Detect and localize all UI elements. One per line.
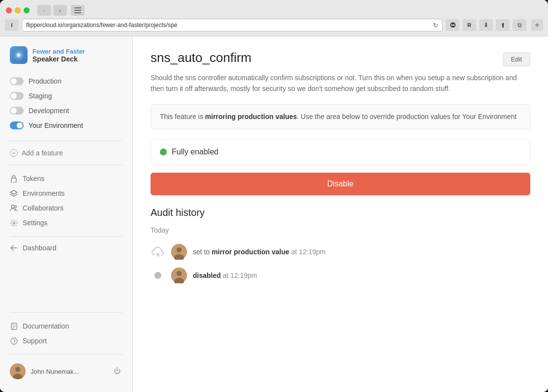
sidebar-item-development[interactable]: Development [0,103,132,118]
brand-text: Fewer and Faster Speaker Deck [32,48,85,63]
sidebar-label-environments: Environments [23,189,65,197]
browser-window: ‹ › I flippercloud.io/organizations/fewe… [0,0,548,392]
address-bar[interactable]: flippercloud.io/organizations/fewer-and-… [22,19,443,31]
sidebar-item-support[interactable]: Support [0,333,132,348]
svg-point-17 [177,247,182,252]
sidebar-label-production: Production [29,77,61,85]
traffic-light-maximize[interactable] [24,7,30,13]
add-feature-label: Add a feature [22,149,63,157]
sidebar-item-dashboard[interactable]: Dashboard [0,241,132,255]
add-feature-button[interactable]: + Add a feature [0,145,132,161]
sidebar-item-production[interactable]: Production [0,74,132,89]
doc-icon [10,322,18,330]
env-toggle-staging[interactable] [10,92,24,100]
env-toggle-your-environment[interactable] [10,121,24,129]
brand-project: Speaker Deck [32,55,85,63]
arrow-left-icon [10,244,18,252]
back-button[interactable]: ‹ [37,5,51,16]
sidebar-item-collaborators[interactable]: Collaborators [0,201,132,215]
extension-btn-r[interactable]: R [462,19,476,31]
traffic-light-close[interactable] [6,7,12,13]
environments-nav: Production Staging Development Your Envi… [0,74,132,137]
support-icon [10,337,18,345]
main-content: sns_auto_confirm Edit Should the sns con… [133,36,548,392]
brand-logo [10,46,28,64]
sidebar-divider-5 [10,354,122,355]
status-box: Fully enabled [151,139,530,165]
svg-rect-6 [11,178,16,182]
sidebar-toggle-button[interactable] [71,5,85,16]
traffic-light-minimize[interactable] [15,7,21,13]
sidebar-item-documentation[interactable]: Documentation [0,319,132,333]
brand-organization: Fewer and Faster [32,48,85,55]
layers-icon [10,189,18,197]
feature-header: sns_auto_confirm Edit [151,50,530,66]
sidebar-divider-1 [10,141,122,141]
sidebar-item-your-environment[interactable]: Your Environment [0,118,132,133]
sidebar-label-collaborators: Collaborators [23,204,63,212]
sidebar-item-tokens[interactable]: Tokens [0,171,132,186]
reload-button[interactable]: ↻ [433,22,438,29]
env-toggle-development[interactable] [10,107,24,115]
address-text: flippercloud.io/organizations/fewer-and-… [26,22,430,29]
browser-toolbar: I flippercloud.io/organizations/fewer-an… [0,19,548,35]
svg-point-5 [17,54,20,57]
mirror-notice-prefix: This feature is [160,113,205,121]
audit-entry-2: disabled at 12:19pm [151,264,530,287]
mirror-notice-suffix: . Use the area below to override product… [297,113,517,121]
status-label: Fully enabled [172,148,218,156]
audit-prefix-1: set to [193,248,212,256]
audit-bold-2: disabled [193,271,221,279]
svg-point-8 [15,206,17,208]
forward-button[interactable]: › [53,5,67,16]
sidebar-item-settings[interactable]: Settings [0,215,132,230]
audit-date: Today [151,226,530,234]
users-icon [10,204,18,212]
audit-entry-1: set to mirror production value at 12:19p… [151,240,530,264]
sidebar-divider-4 [10,312,122,313]
sidebar-item-environments[interactable]: Environments [0,186,132,201]
audit-text-2: disabled at 12:19pm [193,271,257,279]
new-tab-button[interactable]: + [531,19,543,31]
sidebar-footer-nav: Documentation Support [0,317,132,350]
svg-point-20 [177,271,182,276]
browser-chrome: ‹ › I flippercloud.io/organizations/fewe… [0,0,548,36]
lock-icon [10,175,18,182]
1password-btn[interactable]: ⓵ [446,19,459,31]
app-body: Fewer and Faster Speaker Deck Production… [0,36,548,392]
sidebar-label-tokens: Tokens [23,175,44,182]
avatar [10,363,26,379]
feature-title: sns_auto_confirm [151,50,251,65]
audit-time-2: at 12:19pm [221,271,257,279]
sidebar-label-documentation: Documentation [23,322,69,330]
status-dot [160,149,167,155]
sidebar-label-staging: Staging [29,92,52,100]
sidebar-divider-3 [10,236,122,237]
audit-text-1: set to mirror production value at 12:19p… [193,248,326,256]
power-button[interactable]: ⏻ [114,367,122,376]
svg-point-7 [11,205,14,208]
disable-button[interactable]: Disable [151,173,530,195]
sidebar-section-nav: Tokens Environments [0,169,132,232]
user-name: John Nunemak... [30,368,109,375]
mirror-notice-bold: mirroring production values [205,113,297,121]
sidebar-label-settings: Settings [23,219,48,227]
sidebar-label-development: Development [29,107,69,115]
sidebar-item-staging[interactable]: Staging [0,89,132,103]
svg-rect-2 [74,12,81,13]
audit-state-dot [154,272,161,279]
sidebar-brand: Fewer and Faster Speaker Deck [0,44,132,74]
env-toggle-production[interactable] [10,77,24,85]
browser-nav: ‹ › [37,5,67,16]
download-btn[interactable]: ⬇ [479,19,493,31]
sidebar-label-dashboard: Dashboard [23,244,57,252]
svg-rect-0 [74,7,81,8]
audit-time-1: at 12:19pm [289,248,326,256]
extension-btn-1[interactable]: I [5,19,19,31]
sidebar-label-support: Support [23,337,47,345]
share-btn[interactable]: ⬆ [496,19,510,31]
mirror-notice: This feature is mirroring production val… [151,104,530,129]
edit-button[interactable]: Edit [503,52,530,66]
plus-icon: + [10,149,18,157]
pip-btn[interactable]: ⧉ [513,19,526,31]
